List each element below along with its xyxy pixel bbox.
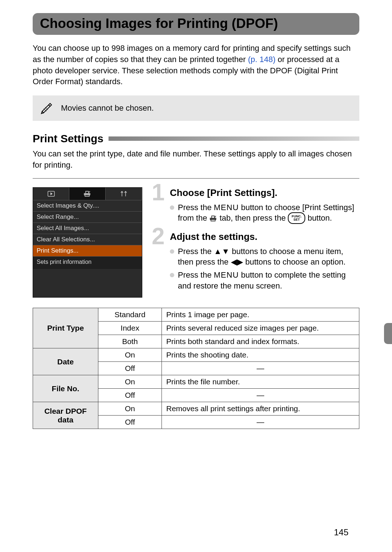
page-title-bar: Choosing Images for Printing (DPOF) (33, 13, 359, 35)
step-1-bullet-1: Press the MENU button to choose [Print S… (170, 202, 359, 225)
desc-fileno-off: — (162, 389, 359, 402)
pencil-icon (39, 100, 54, 116)
menu-label: MENU (214, 203, 239, 212)
step-number-1: 1 (152, 181, 165, 204)
table-row: File No. On Prints the file number. (33, 375, 359, 389)
note-box: Movies cannot be chosen. (33, 95, 359, 121)
lcd-row-4: Print Settings... (33, 245, 142, 257)
lcd-row-1: Select Range... (33, 212, 142, 223)
step-2-bullet-1: Press the ▲▼ buttons to choose a menu it… (170, 246, 359, 267)
desc-fileno-on: Prints the file number. (162, 375, 359, 389)
cat-print-type: Print Type (33, 308, 98, 348)
camera-menu-screenshot: Select Images & Qty.... Select Range... … (33, 187, 142, 298)
desc-clear-on: Removes all print settings after printin… (162, 402, 359, 416)
lcd-tab-tools (106, 188, 142, 200)
table-row: Print Type Standard Prints 1 image per p… (33, 308, 359, 322)
cat-cleardpof: Clear DPOF data (33, 402, 98, 429)
opt-fileno-off: Off (98, 389, 162, 402)
section-heading-rule (109, 136, 359, 141)
func-set-button-icon: FUNC.SET (288, 212, 305, 224)
step-1-title: Choose [Print Settings]. (170, 187, 359, 199)
desc-date-off: — (162, 362, 359, 375)
lcd-tab-print (69, 188, 106, 200)
section-heading: Print Settings (33, 132, 359, 145)
desc-date-on: Prints the shooting date. (162, 348, 359, 362)
lcd-row-3: Clear All Selections... (33, 234, 142, 245)
table-row: Date On Prints the shooting date. (33, 348, 359, 362)
desc-both: Prints both standard and index formats. (162, 335, 359, 348)
step-2: 2 Adjust the settings. Press the ▲▼ butt… (157, 231, 359, 291)
desc-standard: Prints 1 image per page. (162, 308, 359, 322)
page-number: 145 (334, 527, 348, 537)
opt-clear-on: On (98, 402, 162, 416)
desc-index: Prints several reduced size images per p… (162, 322, 359, 335)
menu-label: MENU (214, 270, 239, 279)
opt-date-on: On (98, 348, 162, 362)
cat-fileno: File No. (33, 375, 98, 402)
left-right-arrow-icon: ◀▶ (231, 257, 243, 266)
svg-marker-1 (50, 192, 53, 195)
desc-clear-off: — (162, 416, 359, 429)
opt-fileno-on: On (98, 375, 162, 389)
step-number-2: 2 (152, 225, 165, 248)
side-thumb-tab (384, 323, 392, 344)
opt-standard: Standard (98, 308, 162, 322)
step-2-title: Adjust the settings. (170, 231, 359, 242)
print-settings-table: Print Type Standard Prints 1 image per p… (33, 308, 359, 429)
note-text: Movies cannot be chosen. (61, 103, 154, 113)
lcd-tab-play (33, 188, 69, 200)
up-down-arrow-icon: ▲▼ (214, 247, 230, 256)
table-row: Clear DPOF data On Removes all print set… (33, 402, 359, 416)
opt-index: Index (98, 322, 162, 335)
section-description: You can set the print type, date and fil… (33, 148, 359, 171)
section-heading-text: Print Settings (33, 132, 103, 145)
step-1: 1 Choose [Print Settings]. Press the MEN… (157, 187, 359, 225)
opt-both: Both (98, 335, 162, 348)
cat-date: Date (33, 348, 98, 375)
page-ref-link[interactable]: (p. 148) (248, 55, 275, 64)
lcd-hint: Sets print information (33, 257, 142, 269)
page-title: Choosing Images for Printing (DPOF) (40, 16, 352, 31)
intro-paragraph: You can choose up to 998 images on a mem… (33, 43, 359, 87)
lcd-row-2: Select All Images... (33, 223, 142, 234)
opt-clear-off: Off (98, 416, 162, 429)
separator (33, 178, 359, 179)
print-tab-icon (209, 213, 217, 222)
step-2-bullet-2: Press the MENU button to complete the se… (170, 270, 359, 291)
opt-date-off: Off (98, 362, 162, 375)
lcd-row-0: Select Images & Qty.... (33, 200, 142, 212)
